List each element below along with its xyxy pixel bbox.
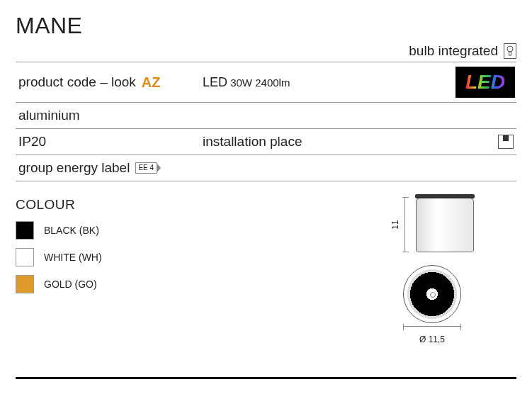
spec-row-material: aluminium (16, 103, 516, 129)
bulb-integrated-row: bulb integrated (16, 43, 516, 59)
swatch-gold (16, 275, 34, 293)
colour-block: COLOUR BLACK (BK) WHITE (WH) GOLD (GO) (16, 197, 361, 344)
technical-drawings: 11 Ø 11,5 (361, 197, 516, 344)
energy-label-cell: group energy label EE 4 (16, 155, 200, 181)
spec-row-product-code: product code – look AZ LED 30W 2400lm LE… (16, 62, 516, 103)
colour-item-gold: GOLD (GO) (16, 275, 361, 293)
dimension-line-horizontal (403, 326, 461, 332)
svg-rect-1 (509, 52, 511, 55)
dimension-height: 11 (390, 220, 400, 230)
product-code-label: product code – look (18, 74, 136, 90)
energy-badge-icon: EE 4 (135, 162, 157, 174)
colour-item-white: WHITE (WH) (16, 248, 361, 266)
ceiling-mount-icon (498, 135, 514, 149)
led-badge: LED (455, 67, 515, 98)
ip-rating-cell: IP20 (16, 129, 200, 154)
product-code-az: AZ (142, 74, 161, 91)
material-cell: aluminium (16, 103, 200, 128)
bulb-icon (504, 43, 516, 59)
footer-rule (16, 377, 516, 379)
led-spec-text: LED 30W 2400lm (203, 75, 290, 90)
installation-place-label: installation place (203, 134, 302, 150)
spec-row-ip: IP20 installation place (16, 129, 516, 155)
bottom-view-drawing: Ø 11,5 (403, 265, 461, 344)
colour-label: GOLD (GO) (44, 279, 97, 290)
installation-place-cell: installation place (200, 129, 516, 154)
led-badge-text: LED (465, 71, 505, 94)
bulb-integrated-label: bulb integrated (409, 43, 498, 59)
dimension-line-vertical (404, 197, 412, 252)
dimension-diameter: Ø 11,5 (403, 335, 461, 344)
product-title: MANE (16, 13, 516, 39)
colour-title: COLOUR (16, 197, 361, 213)
side-view-drawing: 11 (390, 197, 474, 252)
spec-table: product code – look AZ LED 30W 2400lm LE… (16, 62, 516, 181)
spec-row-energy: group energy label EE 4 (16, 155, 516, 181)
lower-section: COLOUR BLACK (BK) WHITE (WH) GOLD (GO) 1… (16, 197, 516, 344)
cylinder-bottom-icon (403, 265, 461, 323)
led-spec-cell: LED 30W 2400lm LED (200, 62, 516, 102)
colour-item-black: BLACK (BK) (16, 221, 361, 240)
colour-label: BLACK (BK) (44, 225, 99, 236)
product-code-cell: product code – look AZ (16, 62, 200, 102)
cylinder-side-icon (416, 197, 474, 252)
swatch-black (16, 221, 34, 240)
svg-point-0 (507, 46, 513, 52)
energy-label-text: group energy label (18, 160, 130, 176)
colour-label: WHITE (WH) (44, 252, 102, 263)
swatch-white (16, 248, 34, 266)
